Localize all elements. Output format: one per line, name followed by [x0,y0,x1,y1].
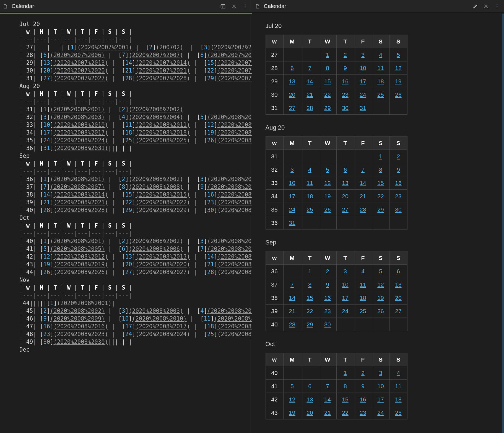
calendar-day-cell[interactable]: 20 [283,88,301,101]
calendar-day-cell[interactable]: 10 [283,176,301,190]
calendar-day-cell[interactable]: 16 [319,291,336,305]
calendar-day-link[interactable]: 24 [289,206,295,213]
calendar-day-link[interactable]: 5 [290,383,294,389]
calendar-day-cell[interactable]: 14 [319,393,336,406]
calendar-day-cell[interactable]: 23 [319,305,336,318]
calendar-day-link[interactable]: 17 [377,396,384,403]
preview-content[interactable]: Jul 20wMTWTFSS27123452867891011122913141… [252,14,504,433]
calendar-day-cell[interactable]: 12 [389,61,407,75]
calendar-day-cell[interactable]: 24 [354,88,372,101]
calendar-day-cell[interactable]: 4 [372,48,389,61]
calendar-day-link[interactable]: 14 [324,396,331,403]
calendar-day-link[interactable]: 23 [342,91,348,98]
calendar-day-cell[interactable]: 25 [301,203,319,216]
calendar-day-cell[interactable]: 3 [283,163,301,176]
calendar-day-link[interactable]: 7 [361,166,365,173]
calendar-day-link[interactable]: 10 [377,383,384,389]
calendar-day-cell[interactable]: 29 [319,101,336,115]
calendar-day-cell[interactable]: 19 [389,75,407,88]
calendar-day-link[interactable]: 23 [360,409,366,416]
calendar-day-link[interactable]: 16 [324,295,331,301]
calendar-day-cell[interactable]: 1 [301,265,319,278]
calendar-day-link[interactable]: 13 [289,78,295,84]
calendar-day-cell[interactable]: 26 [319,203,336,216]
calendar-day-link[interactable]: 9 [344,65,347,71]
calendar-day-cell[interactable]: 21 [354,190,372,203]
calendar-day-cell[interactable]: 26 [372,305,389,318]
calendar-day-link[interactable]: 4 [397,370,400,376]
calendar-day-link[interactable]: 10 [289,180,295,186]
calendar-day-cell[interactable]: 30 [319,318,336,331]
calendar-day-cell[interactable]: 17 [372,393,389,406]
calendar-day-link[interactable]: 9 [397,166,400,173]
calendar-day-link[interactable]: 11 [395,383,401,389]
calendar-day-cell[interactable]: 20 [389,291,407,305]
calendar-day-cell[interactable]: 12 [283,393,301,406]
calendar-day-link[interactable]: 12 [377,281,384,288]
calendar-day-cell[interactable]: 24 [283,203,301,216]
calendar-day-cell[interactable]: 5 [283,380,301,393]
calendar-day-link[interactable]: 22 [306,308,313,314]
calendar-day-link[interactable]: 26 [377,308,384,314]
calendar-day-cell[interactable]: 7 [354,163,372,176]
calendar-day-link[interactable]: 26 [324,206,331,213]
calendar-day-link[interactable]: 7 [308,65,311,71]
calendar-day-cell[interactable]: 16 [336,75,354,88]
calendar-day-cell[interactable]: 27 [336,203,354,216]
calendar-day-cell[interactable]: 15 [336,393,354,406]
calendar-day-link[interactable]: 11 [377,65,384,71]
calendar-day-cell[interactable]: 11 [301,176,319,190]
calendar-day-cell[interactable]: 6 [336,163,354,176]
calendar-day-link[interactable]: 20 [306,409,313,416]
calendar-day-cell[interactable]: 1 [319,48,336,61]
calendar-day-cell[interactable]: 21 [301,88,319,101]
calendar-day-link[interactable]: 1 [308,268,311,274]
calendar-day-link[interactable]: 17 [360,78,366,84]
calendar-day-cell[interactable]: 16 [354,393,372,406]
calendar-day-link[interactable]: 21 [324,409,331,416]
calendar-day-link[interactable]: 4 [379,51,382,58]
calendar-day-link[interactable]: 18 [306,193,313,199]
calendar-day-link[interactable]: 28 [306,105,313,111]
more-icon[interactable] [242,3,248,9]
calendar-day-cell[interactable]: 9 [319,278,336,291]
calendar-day-cell[interactable]: 22 [301,305,319,318]
calendar-day-link[interactable]: 29 [324,105,331,111]
calendar-day-link[interactable]: 12 [289,396,295,403]
calendar-day-link[interactable]: 20 [342,193,348,199]
calendar-day-cell[interactable]: 21 [283,305,301,318]
calendar-day-link[interactable]: 30 [342,105,348,111]
calendar-day-link[interactable]: 22 [324,91,331,98]
calendar-day-link[interactable]: 6 [344,166,347,173]
calendar-day-link[interactable]: 4 [308,166,311,173]
calendar-day-link[interactable]: 14 [306,78,313,84]
calendar-day-link[interactable]: 23 [395,193,401,199]
calendar-day-cell[interactable]: 9 [389,163,407,176]
calendar-day-cell[interactable]: 3 [372,366,389,380]
calendar-day-cell[interactable]: 22 [336,406,354,419]
calendar-day-cell[interactable]: 20 [301,406,319,419]
calendar-day-cell[interactable]: 9 [336,61,354,75]
calendar-day-link[interactable]: 15 [342,396,348,403]
calendar-day-cell[interactable]: 4 [301,163,319,176]
calendar-day-cell[interactable]: 20 [336,190,354,203]
calendar-day-link[interactable]: 23 [324,308,331,314]
calendar-day-cell[interactable]: 14 [301,75,319,88]
calendar-day-link[interactable]: 22 [377,193,384,199]
calendar-day-cell[interactable]: 29 [372,203,389,216]
calendar-day-link[interactable]: 15 [377,180,384,186]
calendar-day-link[interactable]: 21 [289,308,295,314]
calendar-day-link[interactable]: 25 [395,409,401,416]
calendar-day-link[interactable]: 27 [289,105,295,111]
calendar-day-link[interactable]: 9 [361,383,365,389]
calendar-day-cell[interactable]: 11 [354,278,372,291]
calendar-day-cell[interactable]: 18 [372,75,389,88]
calendar-day-link[interactable]: 17 [342,295,348,301]
calendar-day-cell[interactable]: 14 [354,176,372,190]
calendar-day-cell[interactable]: 16 [389,176,407,190]
calendar-day-link[interactable]: 19 [395,78,401,84]
calendar-day-link[interactable]: 24 [342,308,348,314]
calendar-day-cell[interactable]: 15 [372,176,389,190]
calendar-day-link[interactable]: 9 [326,281,329,288]
calendar-day-link[interactable]: 21 [360,193,366,199]
